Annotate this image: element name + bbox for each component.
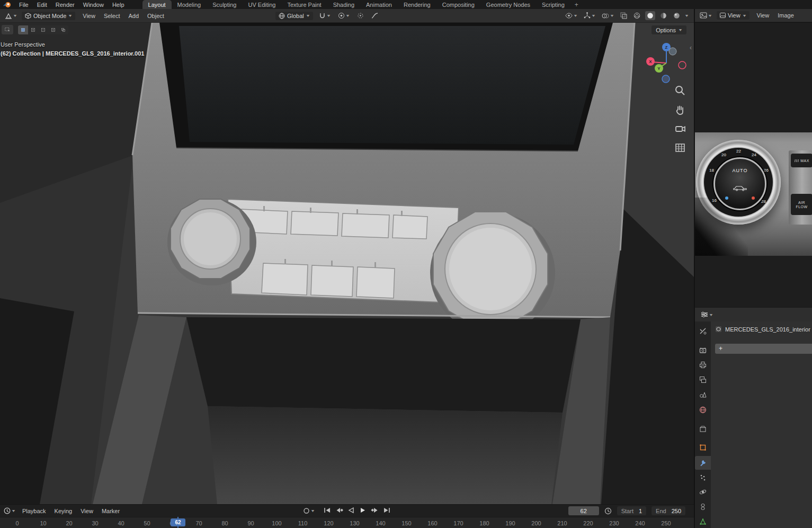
topbar-menu[interactable]: Help [108, 1, 129, 9]
timeline-menu[interactable]: Marker [97, 507, 124, 515]
shading-wireframe-icon[interactable] [632, 11, 642, 20]
properties-tab-tool[interactable] [695, 324, 711, 338]
select-intersect-icon[interactable] [58, 25, 68, 34]
properties-tab-output[interactable] [695, 358, 711, 372]
properties-tab-particles[interactable] [695, 471, 711, 485]
topbar-menu[interactable]: Window [79, 1, 108, 9]
play-reverse-button[interactable] [346, 506, 356, 516]
chevron-down-icon: ▼ [610, 14, 614, 17]
add-workspace-button[interactable]: + [570, 1, 583, 8]
xray-toggle-icon[interactable] [619, 11, 629, 20]
add-modifier-button[interactable]: + [715, 344, 812, 354]
viewport-menu[interactable]: Object [143, 12, 168, 20]
options-button[interactable]: Options ▼ [652, 25, 686, 34]
timeline-menu[interactable]: Playback [18, 507, 50, 515]
zoom-icon[interactable] [674, 84, 686, 99]
pan-hand-icon[interactable] [674, 103, 686, 118]
snap-magnet-icon[interactable]: ▼ [317, 11, 332, 20]
timeline-ruler[interactable]: 0102030405060708090100110120130140150160… [0, 517, 694, 528]
shading-rendered-icon[interactable] [672, 11, 682, 20]
ruler-number: 70 [186, 520, 212, 526]
editor-type-3d-viewport-icon[interactable]: ▼ [3, 12, 19, 20]
pivot-point-icon[interactable] [355, 11, 365, 20]
properties-tab-object[interactable] [695, 441, 711, 454]
overlays-toggle-icon[interactable]: ▼ [600, 12, 615, 20]
transform-orientation-dropdown[interactable]: Global ▼ [275, 12, 313, 20]
proportional-editing-icon[interactable]: ▼ [336, 11, 351, 20]
playhead-frame-badge[interactable]: 62 [171, 518, 185, 526]
gizmo-toggle-icon[interactable]: ▼ [582, 11, 597, 20]
falloff-icon[interactable] [370, 11, 380, 20]
workspace-tab[interactable]: Geometry Nodes [480, 0, 536, 9]
editor-type-properties-icon[interactable]: ▼ [699, 310, 715, 319]
properties-tab-physics[interactable] [695, 485, 711, 499]
editor-type-timeline-icon[interactable]: ▼ [2, 506, 17, 515]
chevron-down-icon[interactable]: ▼ [684, 14, 689, 17]
properties-tab-collection[interactable] [695, 422, 711, 436]
use-preview-range-clock-icon[interactable] [604, 507, 612, 515]
ruler-number: 20 [56, 520, 82, 526]
shading-material-icon[interactable] [658, 11, 668, 20]
timeline-menu[interactable]: Keying [50, 507, 77, 515]
topbar-menu[interactable]: Render [51, 1, 79, 9]
workspace-tab[interactable]: Scripting [536, 0, 570, 9]
play-button[interactable] [358, 506, 368, 516]
image-editor-menu[interactable]: View [753, 11, 774, 20]
select-set-icon[interactable] [18, 25, 28, 34]
properties-tab-modifiers[interactable] [695, 456, 711, 470]
workspace-tab[interactable]: Modeling [172, 0, 207, 9]
start-frame-field[interactable]: Start 1 [617, 506, 646, 515]
gizmo-z-label: Z [665, 45, 668, 50]
current-frame-field[interactable]: 62 [568, 506, 599, 515]
jump-to-start-button[interactable] [322, 506, 333, 516]
editor-type-image-icon[interactable]: ▼ [698, 11, 713, 20]
viewport-menu[interactable]: View [78, 12, 100, 20]
properties-tab-view-layer[interactable] [695, 373, 711, 387]
workspace-tab[interactable]: Shading [327, 0, 360, 9]
image-editor-menu[interactable]: Image [773, 11, 798, 20]
mode-dropdown[interactable]: Object Mode ▼ [22, 12, 75, 20]
end-frame-field[interactable]: End 250 [652, 506, 685, 515]
viewport-menu[interactable]: Select [100, 12, 124, 20]
start-frame-label: Start [621, 508, 633, 514]
image-mode-dropdown[interactable]: View ▼ [717, 11, 749, 20]
ruler-number: 160 [420, 520, 445, 526]
3d-viewport[interactable]: Options ▼ ‹ User Perspective (62) Collec… [0, 23, 694, 504]
workspace-tab[interactable]: UV Editing [242, 0, 281, 9]
workspace-tab[interactable]: Rendering [398, 0, 436, 9]
select-subtract-icon[interactable] [38, 25, 48, 34]
workspace-tab[interactable]: Sculpting [207, 0, 242, 9]
select-box-tool-icon[interactable] [2, 25, 13, 34]
select-extend-icon[interactable] [28, 25, 38, 34]
properties-tab-constraints[interactable] [695, 500, 711, 514]
start-frame-value: 1 [639, 508, 642, 514]
select-invert-icon[interactable] [48, 25, 58, 34]
auto-keying-icon[interactable]: ▼ [301, 506, 316, 515]
properties-tab-world[interactable] [695, 403, 711, 417]
visibility-eye-icon[interactable]: ▼ [564, 12, 579, 20]
camera-view-icon[interactable] [674, 122, 686, 137]
blender-logo-icon[interactable] [3, 2, 12, 8]
properties-tab-render[interactable] [695, 343, 711, 357]
timeline-menu[interactable]: View [76, 507, 97, 515]
topbar-menu[interactable]: Edit [33, 1, 51, 9]
workspace-tab[interactable]: Compositing [436, 0, 480, 9]
navigation-gizmo[interactable]: Z X Y [641, 38, 692, 88]
jump-to-end-button[interactable] [381, 506, 392, 516]
workspace-tab[interactable]: Layout [142, 0, 172, 9]
properties-tab-object-data[interactable] [695, 515, 711, 528]
viewport-nav-icons [674, 84, 686, 156]
properties-editor: ▼ MERCEDES_GLS_2016_interior [694, 307, 812, 528]
previous-keyframe-button[interactable] [334, 506, 345, 516]
workspace-tab[interactable]: Animation [360, 0, 398, 9]
mode-label: Object Mode [33, 13, 66, 19]
orthographic-grid-icon[interactable] [674, 141, 686, 156]
next-keyframe-button[interactable] [369, 506, 380, 516]
topbar-menu[interactable]: File [15, 1, 33, 9]
workspace-tab[interactable]: Texture Paint [281, 0, 327, 9]
image-editor-canvas[interactable]: MAX AIR FLOW 22 20 24 18 26 16 28 AUT [694, 23, 812, 307]
properties-tab-scene[interactable] [695, 388, 711, 401]
viewport-menu[interactable]: Add [124, 12, 143, 20]
shading-solid-icon[interactable] [645, 11, 655, 20]
properties-breadcrumb[interactable]: MERCEDES_GLS_2016_interior [715, 326, 812, 333]
